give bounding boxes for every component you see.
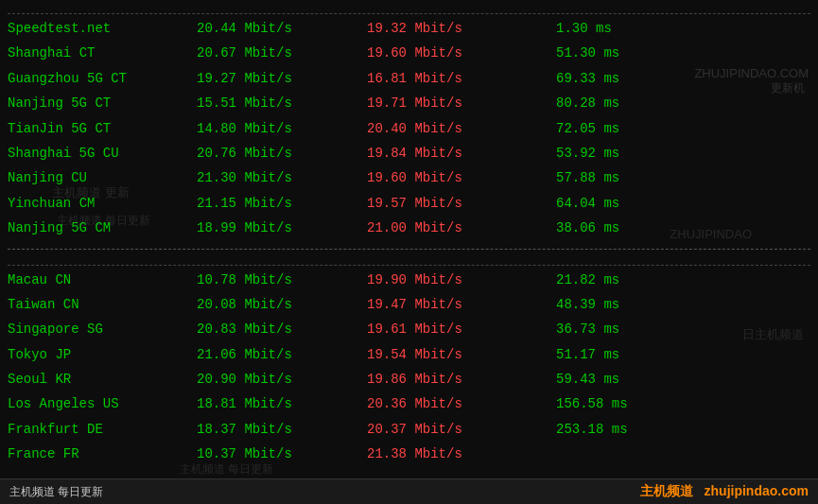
section1-rows: Speedtest.net 20.44 Mbit/s 19.32 Mbit/s … — [8, 16, 810, 241]
upload-speed: 21.06 Mbit/s — [197, 344, 367, 365]
download-speed: 19.90 Mbit/s — [367, 269, 556, 290]
latency-val: 21.82 ms — [556, 269, 707, 290]
table-row: Tokyo JP 21.06 Mbit/s 19.54 Mbit/s 51.17… — [8, 342, 810, 367]
node-name: Nanjing CU — [8, 167, 197, 188]
download-speed: 19.61 Mbit/s — [367, 319, 556, 339]
download-speed: 20.37 Mbit/s — [367, 419, 556, 440]
section-divider — [8, 249, 810, 250]
latency-val: 51.30 ms — [556, 43, 707, 63]
node-name: Taiwan CN — [8, 294, 197, 315]
node-name: Singapore SG — [8, 319, 197, 339]
upload-speed: 18.37 Mbit/s — [197, 419, 367, 440]
download-speed: 19.71 Mbit/s — [367, 93, 556, 113]
node-name: Yinchuan CM — [8, 193, 197, 214]
table-row: Shanghai 5G CU 20.76 Mbit/s 19.84 Mbit/s… — [8, 141, 810, 165]
footer-bar: 主机频道 每日更新 主机频道 zhujipindao.com — [0, 478, 818, 504]
section2-rows: Macau CN 10.78 Mbit/s 19.90 Mbit/s 21.82… — [8, 268, 810, 467]
node-name: Shanghai 5G CU — [8, 143, 197, 164]
upload-speed: 14.80 Mbit/s — [197, 118, 367, 139]
download-speed: 19.54 Mbit/s — [367, 344, 556, 365]
node-name: Nanjing 5G CM — [8, 217, 197, 238]
upload-speed: 20.44 Mbit/s — [197, 18, 367, 39]
latency-val: 64.04 ms — [556, 193, 707, 214]
table-row: Guangzhou 5G CT 19.27 Mbit/s 16.81 Mbit/… — [8, 66, 810, 91]
download-speed: 19.60 Mbit/s — [367, 167, 556, 188]
node-name: Seoul KR — [8, 369, 197, 390]
latency-val: 156.58 ms — [556, 393, 707, 414]
table-row: Singapore SG 20.83 Mbit/s 19.61 Mbit/s 3… — [8, 317, 810, 341]
upload-speed: 20.90 Mbit/s — [197, 369, 367, 390]
node-name: TianJin 5G CT — [8, 118, 197, 139]
upload-speed: 21.15 Mbit/s — [197, 193, 367, 214]
table-row: Frankfurt DE 18.37 Mbit/s 20.37 Mbit/s 2… — [8, 417, 810, 442]
upload-speed: 20.76 Mbit/s — [197, 143, 367, 164]
upload-speed: 15.51 Mbit/s — [197, 93, 367, 113]
latency-val: 59.43 ms — [556, 369, 707, 390]
table-row: Macau CN 10.78 Mbit/s 19.90 Mbit/s 21.82… — [8, 268, 810, 292]
footer-logo: 主机频道 zhujipindao.com — [640, 483, 809, 500]
footer-left-text: 主机频道 每日更新 — [9, 484, 640, 500]
latency-val: 38.06 ms — [556, 217, 707, 238]
table-row: TianJin 5G CT 14.80 Mbit/s 20.40 Mbit/s … — [8, 116, 810, 141]
node-name: Speedtest.net — [8, 18, 197, 39]
latency-val: 69.33 ms — [556, 68, 707, 89]
download-speed: 21.00 Mbit/s — [367, 217, 556, 238]
download-speed: 16.81 Mbit/s — [367, 68, 556, 89]
upload-speed: 10.78 Mbit/s — [197, 269, 367, 290]
section1-header — [8, 6, 810, 14]
latency-val: 48.39 ms — [556, 294, 707, 315]
upload-speed: 18.81 Mbit/s — [197, 393, 367, 414]
latency-val: 72.05 ms — [556, 118, 707, 139]
table-row: France FR 10.37 Mbit/s 21.38 Mbit/s — [8, 442, 810, 466]
main-container: ZHUJIPINDAO.COM 更新机 主机频道 更新 主机频道 每日更新 ZH… — [0, 0, 818, 473]
node-name: Los Angeles US — [8, 393, 197, 414]
table-row: Los Angeles US 18.81 Mbit/s 20.36 Mbit/s… — [8, 391, 810, 416]
table-row: Yinchuan CM 21.15 Mbit/s 19.57 Mbit/s 64… — [8, 191, 810, 216]
download-speed: 19.84 Mbit/s — [367, 143, 556, 164]
section2-header — [8, 257, 810, 266]
upload-speed: 20.67 Mbit/s — [197, 43, 367, 63]
table-row: Seoul KR 20.90 Mbit/s 19.86 Mbit/s 59.43… — [8, 367, 810, 391]
download-speed: 19.47 Mbit/s — [367, 294, 556, 315]
table-row: Nanjing 5G CT 15.51 Mbit/s 19.71 Mbit/s … — [8, 91, 810, 115]
download-speed: 19.32 Mbit/s — [367, 18, 556, 39]
upload-speed: 18.99 Mbit/s — [197, 217, 367, 238]
latency-val: 51.17 ms — [556, 344, 707, 365]
download-speed: 21.38 Mbit/s — [367, 443, 556, 464]
node-name: France FR — [8, 443, 197, 464]
latency-val — [556, 443, 707, 464]
table-row: Shanghai CT 20.67 Mbit/s 19.60 Mbit/s 51… — [8, 41, 810, 65]
download-speed: 19.86 Mbit/s — [367, 369, 556, 390]
node-name: Nanjing 5G CT — [8, 93, 197, 113]
upload-speed: 19.27 Mbit/s — [197, 68, 367, 89]
table-row: Nanjing 5G CM 18.99 Mbit/s 21.00 Mbit/s … — [8, 216, 810, 240]
download-speed: 19.60 Mbit/s — [367, 43, 556, 63]
upload-speed: 21.30 Mbit/s — [197, 167, 367, 188]
latency-val: 57.88 ms — [556, 167, 707, 188]
table-row: Nanjing CU 21.30 Mbit/s 19.60 Mbit/s 57.… — [8, 165, 810, 190]
latency-val: 53.92 ms — [556, 143, 707, 164]
section-1: Speedtest.net 20.44 Mbit/s 19.32 Mbit/s … — [8, 6, 810, 241]
latency-val: 1.30 ms — [556, 18, 707, 39]
node-name: Tokyo JP — [8, 344, 197, 365]
table-row: Speedtest.net 20.44 Mbit/s 19.32 Mbit/s … — [8, 16, 810, 41]
upload-speed: 20.08 Mbit/s — [197, 294, 367, 315]
node-name: Guangzhou 5G CT — [8, 68, 197, 89]
upload-speed: 20.83 Mbit/s — [197, 319, 367, 339]
node-name: Frankfurt DE — [8, 419, 197, 440]
download-speed: 20.40 Mbit/s — [367, 118, 556, 139]
download-speed: 20.36 Mbit/s — [367, 393, 556, 414]
table-row: Taiwan CN 20.08 Mbit/s 19.47 Mbit/s 48.3… — [8, 292, 810, 317]
latency-val: 36.73 ms — [556, 319, 707, 339]
upload-speed: 10.37 Mbit/s — [197, 443, 367, 464]
section-2: Macau CN 10.78 Mbit/s 19.90 Mbit/s 21.82… — [8, 257, 810, 467]
download-speed: 19.57 Mbit/s — [367, 193, 556, 214]
node-name: Macau CN — [8, 269, 197, 290]
latency-val: 253.18 ms — [556, 419, 707, 440]
latency-val: 80.28 ms — [556, 93, 707, 113]
node-name: Shanghai CT — [8, 43, 197, 63]
